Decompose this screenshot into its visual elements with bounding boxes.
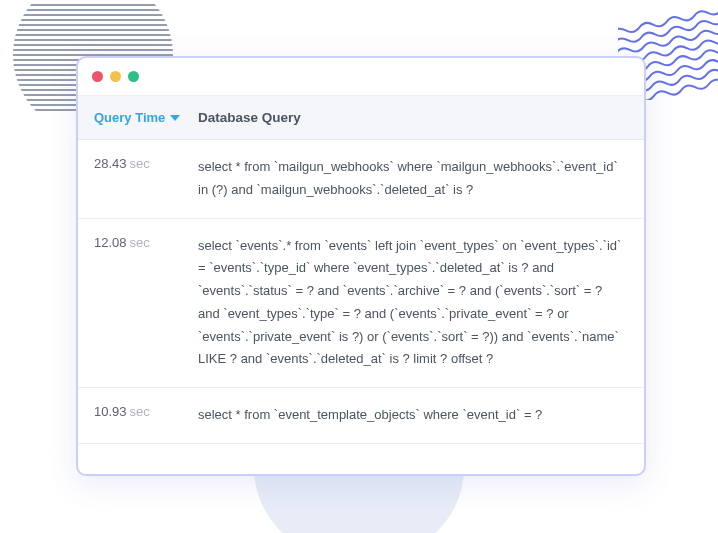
query-table: Query Time Database Query 28.43 sec sele…	[78, 96, 644, 474]
header-query-time[interactable]: Query Time	[78, 96, 198, 139]
time-value: 12.08	[94, 235, 127, 250]
window-titlebar	[78, 58, 644, 96]
table-row: 12.08 sec select `events`.* from `events…	[78, 219, 644, 389]
cell-time: 10.93 sec	[78, 404, 198, 427]
header-query-time-label: Query Time	[94, 110, 165, 125]
time-value: 28.43	[94, 156, 127, 171]
header-database-query-label: Database Query	[198, 110, 301, 125]
time-unit: sec	[130, 235, 150, 250]
time-value: 10.93	[94, 404, 127, 419]
table-row: 10.93 sec select * from `event_template_…	[78, 388, 644, 444]
cell-time: 28.43 sec	[78, 156, 198, 202]
cell-query: select * from `event_template_objects` w…	[198, 404, 644, 427]
minimize-icon[interactable]	[110, 71, 121, 82]
cell-query: select `events`.* from `events` left joi…	[198, 235, 644, 372]
close-icon[interactable]	[92, 71, 103, 82]
cell-time: 12.08 sec	[78, 235, 198, 372]
query-window: Query Time Database Query 28.43 sec sele…	[76, 56, 646, 476]
table-row: 28.43 sec select * from `mailgun_webhook…	[78, 140, 644, 219]
time-unit: sec	[130, 404, 150, 419]
table-body: 28.43 sec select * from `mailgun_webhook…	[78, 140, 644, 444]
table-header-row: Query Time Database Query	[78, 96, 644, 140]
cell-query: select * from `mailgun_webhooks` where `…	[198, 156, 644, 202]
header-database-query[interactable]: Database Query	[198, 96, 644, 139]
sort-desc-icon	[170, 115, 180, 121]
maximize-icon[interactable]	[128, 71, 139, 82]
time-unit: sec	[130, 156, 150, 171]
